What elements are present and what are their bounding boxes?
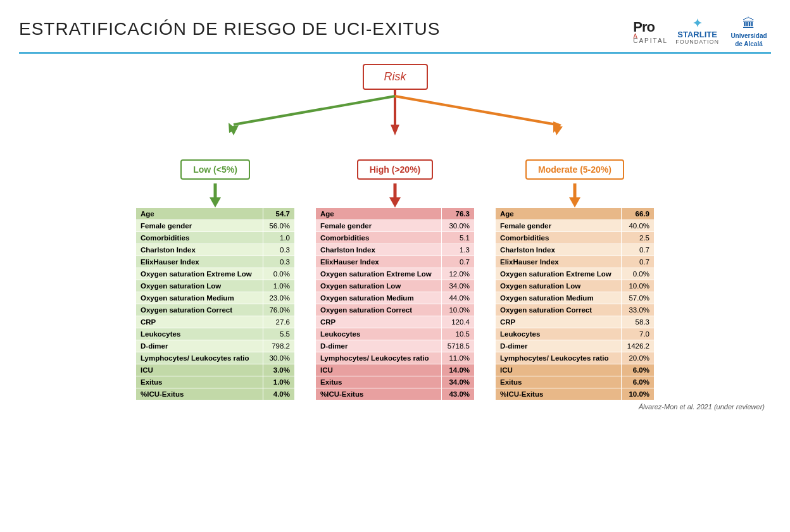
- table-row-value: 10.0%: [441, 304, 474, 316]
- table-row-label: Lymphocytes/ Leukocytes ratio: [136, 352, 263, 364]
- table-row-value: 10.0%: [621, 388, 654, 400]
- table-row-label: Charlston Index: [136, 244, 263, 256]
- table-row-label: Age: [136, 208, 263, 220]
- table-row-label: Oxygen saturation Correct: [136, 304, 263, 316]
- table-row-label: ElixHauser Index: [136, 256, 263, 268]
- moderate-column: Moderate (5-20%) Age66.9Female gender40.…: [495, 159, 655, 400]
- high-category-box: High (>20%): [357, 159, 434, 180]
- svg-marker-9: [210, 197, 221, 207]
- table-row-label: Oxygen saturation Correct: [496, 304, 622, 316]
- starlite-logo: ✦ STARLITE FOUNDATION: [675, 18, 719, 46]
- table-row-label: %ICU-Exitus: [496, 388, 622, 400]
- table-row-label: Female gender: [316, 220, 442, 232]
- table-row-label: ICU: [136, 364, 263, 376]
- table-row-value: 3.0%: [263, 364, 294, 376]
- table-row-label: Female gender: [136, 220, 263, 232]
- table-row-label: Exitus: [136, 376, 263, 388]
- table-row-value: 76.0%: [263, 304, 294, 316]
- table-row-value: 0.7: [621, 244, 654, 256]
- low-down-arrow: [206, 183, 225, 207]
- table-row-label: Oxygen saturation Extreme Low: [496, 268, 622, 280]
- table-row-label: Oxygen saturation Extreme Low: [136, 268, 263, 280]
- low-column: Low (<5%) Age54.7Female gender56.0%Comor…: [135, 159, 295, 400]
- table-row-label: Age: [496, 208, 622, 220]
- moderate-table: Age66.9Female gender40.0%Comorbidities2.…: [495, 207, 655, 400]
- table-row-value: 10.5: [441, 328, 474, 340]
- table-row-value: 34.0%: [441, 376, 474, 388]
- table-row-label: ElixHauser Index: [496, 256, 622, 268]
- table-row-value: 11.0%: [441, 352, 474, 364]
- table-row-value: 6.0%: [621, 376, 654, 388]
- high-down-arrow: [386, 183, 404, 207]
- table-row-label: Oxygen saturation Low: [316, 280, 442, 292]
- table-row-label: CRP: [136, 316, 263, 328]
- table-row-label: Comorbidities: [316, 232, 442, 244]
- table-row-label: Female gender: [496, 220, 622, 232]
- table-row-value: 20.0%: [621, 352, 654, 364]
- arrows-svg: [135, 90, 655, 159]
- table-row-value: 798.2: [263, 340, 294, 352]
- table-row-value: 44.0%: [441, 292, 474, 304]
- table-row-value: 4.0%: [263, 388, 294, 400]
- table-row-value: 12.0%: [441, 268, 474, 280]
- citation: Álvarez-Mon et al. 2021 (under reviewer): [19, 403, 771, 411]
- proa-logo: ProA CAPITAL: [633, 19, 668, 44]
- svg-line-4: [395, 96, 556, 125]
- table-row-label: ICU: [496, 364, 622, 376]
- svg-line-2: [234, 96, 395, 125]
- table-row-value: 2.5: [621, 232, 654, 244]
- table-row-value: 0.7: [441, 256, 474, 268]
- table-row-label: Comorbidities: [136, 232, 263, 244]
- table-row-value: 56.0%: [263, 220, 294, 232]
- table-row-label: Oxygen saturation Low: [136, 280, 263, 292]
- table-row-value: 0.3: [263, 256, 294, 268]
- page-title: ESTRATIFICACIÓN DE RIESGO DE UCI-EXITUS: [19, 19, 440, 39]
- ua-logo: 🏛 Universidad de Alcalá: [727, 15, 771, 48]
- table-row-value: 1426.2: [621, 340, 654, 352]
- table-row-label: Lymphocytes/ Leukocytes ratio: [316, 352, 442, 364]
- table-row-value: 5.5: [263, 328, 294, 340]
- table-row-label: Comorbidities: [496, 232, 622, 244]
- table-row-value: 30.0%: [263, 352, 294, 364]
- table-row-label: Oxygen saturation Medium: [136, 292, 263, 304]
- svg-marker-1: [391, 125, 399, 135]
- table-row-label: ICU: [316, 364, 442, 376]
- table-row-label: Charlston Index: [496, 244, 622, 256]
- table-row-label: D-dimer: [136, 340, 263, 352]
- table-row-label: Oxygen saturation Low: [496, 280, 622, 292]
- table-row-value: 43.0%: [441, 388, 474, 400]
- svg-marker-13: [569, 197, 580, 207]
- table-row-value: 54.7: [263, 208, 294, 220]
- table-row-label: %ICU-Exitus: [316, 388, 442, 400]
- table-row-label: Oxygen saturation Extreme Low: [316, 268, 442, 280]
- table-row-value: 30.0%: [441, 220, 474, 232]
- table-row-label: Leukocytes: [316, 328, 442, 340]
- table-row-value: 66.9: [621, 208, 654, 220]
- table-row-value: 14.0%: [441, 364, 474, 376]
- table-row-value: 27.6: [263, 316, 294, 328]
- table-row-label: Exitus: [496, 376, 622, 388]
- table-row-label: Age: [316, 208, 442, 220]
- table-row-label: CRP: [316, 316, 442, 328]
- table-row-value: 120.4: [441, 316, 474, 328]
- table-row-label: CRP: [496, 316, 622, 328]
- table-row-value: 7.0: [621, 328, 654, 340]
- divider: [19, 52, 771, 54]
- table-row-label: Leukocytes: [496, 328, 622, 340]
- table-row-label: ElixHauser Index: [316, 256, 442, 268]
- high-column: High (>20%) Age76.3Female gender30.0%Com…: [315, 159, 475, 400]
- table-row-value: 10.0%: [621, 280, 654, 292]
- table-row-value: 0.0%: [621, 268, 654, 280]
- diagram-area: Risk Low (<5%): [19, 64, 771, 400]
- table-row-value: 23.0%: [263, 292, 294, 304]
- table-row-label: Oxygen saturation Correct: [316, 304, 442, 316]
- table-row-value: 0.0%: [263, 268, 294, 280]
- table-row-value: 1.3: [441, 244, 474, 256]
- risk-box: Risk: [363, 64, 428, 90]
- table-row-label: %ICU-Exitus: [136, 388, 263, 400]
- table-row-value: 5.1: [441, 232, 474, 244]
- table-row-value: 33.0%: [621, 304, 654, 316]
- low-category-box: Low (<5%): [180, 159, 250, 180]
- table-row-value: 1.0%: [263, 376, 294, 388]
- table-row-label: Leukocytes: [136, 328, 263, 340]
